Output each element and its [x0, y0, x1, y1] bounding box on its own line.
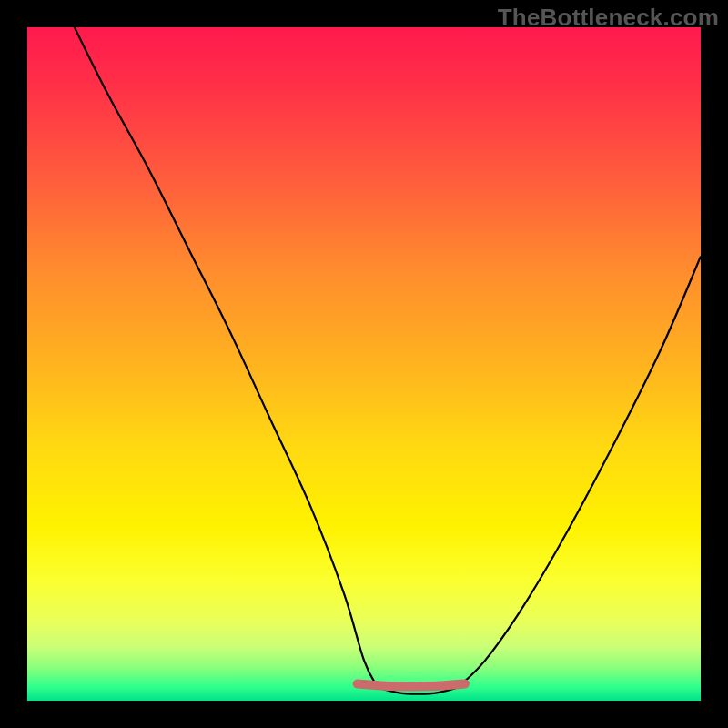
curve-layer: [27, 27, 701, 701]
floor-highlight-segment: [358, 684, 465, 687]
curve-left-branch: [75, 27, 378, 687]
curve-right-branch: [459, 257, 701, 688]
plot-area: [27, 27, 701, 701]
watermark-text: TheBottleneck.com: [498, 4, 719, 32]
chart-frame: TheBottleneck.com: [0, 0, 728, 728]
